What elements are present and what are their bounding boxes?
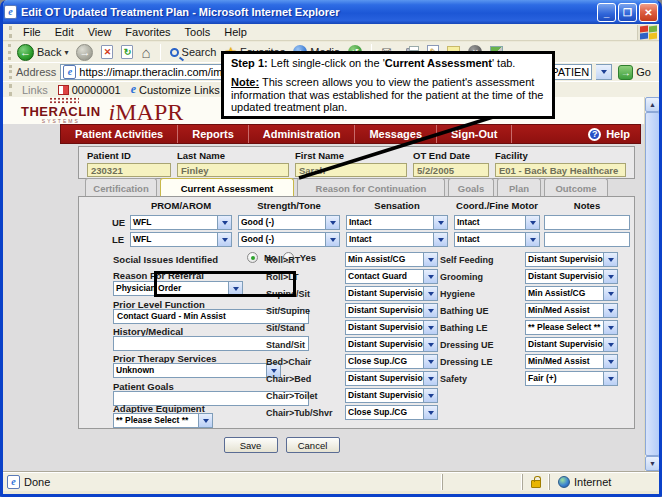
tab-goals[interactable]: Goals (448, 178, 494, 197)
close-button[interactable]: ✕ (639, 3, 658, 22)
nav-patient-activities[interactable]: Patient Activities (61, 125, 178, 143)
tab-outcome[interactable]: Outcome (544, 178, 608, 197)
transfer-select[interactable]: Distant Supervision (345, 337, 438, 352)
forward-icon: → (76, 44, 93, 61)
le-prom-select[interactable]: WFL (130, 232, 232, 247)
transfer-select[interactable]: Distant Supervision (345, 371, 438, 386)
ue-notes-input[interactable] (544, 215, 630, 230)
menu-item-edit[interactable]: Edit (48, 25, 81, 39)
transfer-select[interactable]: Distant Supervision (345, 286, 438, 301)
adl-select[interactable]: Distant Supervision (525, 337, 618, 352)
adl-select[interactable]: ** Please Select ** (525, 320, 618, 335)
windows-logo-icon (637, 25, 657, 40)
le-coord-select[interactable]: Intact (454, 232, 540, 247)
row-label-le: LE (112, 234, 124, 245)
adl-select[interactable]: Min/Med Assist (525, 354, 618, 369)
col-header: Coord./Fine Motor (447, 200, 547, 211)
brand-name: THERACLIN (21, 105, 101, 118)
minimize-button[interactable]: _ (597, 3, 616, 22)
transfer-row: Sit/SupineDistant Supervision (266, 303, 438, 318)
nav-sign-out[interactable]: Sign-Out (437, 125, 512, 143)
transfer-select[interactable]: Close Sup./CG (345, 405, 438, 420)
transfer-select[interactable]: Distant Supervision (345, 320, 438, 335)
app-nav-bar: Patient Activities Reports Administratio… (60, 124, 641, 144)
facility-field[interactable]: E01 - Back Bay Healthcare (495, 163, 626, 177)
ue-strength-select[interactable]: Good (-) (238, 215, 340, 230)
chevron-down-icon: ▾ (64, 48, 68, 57)
menu-item-help[interactable]: Help (217, 25, 254, 39)
transfer-select[interactable]: Min Assist/CG (345, 252, 438, 267)
nav-help[interactable]: ? Help (574, 125, 640, 143)
home-button[interactable]: ⌂ (139, 44, 152, 61)
scroll-down-arrow[interactable]: ▼ (645, 456, 659, 471)
adaptive-equipment-select[interactable]: ** Please Select ** (113, 413, 213, 428)
nav-messages[interactable]: Messages (355, 125, 437, 143)
radio-no[interactable] (247, 252, 258, 263)
le-sensation-select[interactable]: Intact (346, 232, 448, 247)
menu-item-tools[interactable]: Tools (178, 25, 218, 39)
transfer-select[interactable]: Contact Guard (345, 269, 438, 284)
adl-select[interactable]: Fair (+) (525, 371, 618, 386)
go-button[interactable]: → Go (616, 65, 653, 80)
back-icon: ← (17, 44, 34, 61)
chevron-down-icon (423, 253, 437, 266)
search-button[interactable]: Search (168, 46, 219, 58)
browser-viewport: THERACLIN SYSTEMS iMAPR 2 User: theracli… (3, 97, 659, 471)
annotation-callout: Step 1: Left single-click on the 'Curren… (221, 51, 555, 119)
save-button[interactable]: Save (224, 437, 278, 453)
nav-administration[interactable]: Administration (249, 125, 356, 143)
adl-select[interactable]: Distant Supervision (525, 269, 618, 284)
toolbar-grip[interactable] (9, 65, 12, 79)
adl-select[interactable]: Min Assist/CG (525, 286, 618, 301)
field-label: Patient ID (87, 150, 171, 161)
transfer-select[interactable]: Distant Supervision (345, 388, 438, 403)
menu-item-file[interactable]: File (16, 25, 48, 39)
address-label: Address (16, 66, 56, 78)
toolbar-grip[interactable] (8, 44, 11, 60)
adl-select[interactable]: Min/Med Assist (525, 303, 618, 318)
scrollbar-thumb[interactable] (645, 112, 659, 456)
last-name-field[interactable]: Finley (177, 163, 289, 177)
back-button[interactable]: ← Back ▾ (15, 44, 70, 61)
scroll-up-arrow[interactable]: ▲ (645, 97, 659, 112)
tab-current-assessment[interactable]: Current Assessment (160, 178, 294, 197)
tab-reason-for-continuation[interactable]: Reason for Continuation (297, 178, 445, 197)
maximize-button[interactable]: ❐ (618, 3, 637, 22)
le-strength-select[interactable]: Good (-) (238, 232, 340, 247)
cancel-button[interactable]: Cancel (286, 437, 340, 453)
go-arrow-icon: → (618, 65, 633, 80)
transfer-select[interactable]: Distant Supervision (345, 303, 438, 318)
transfer-select[interactable]: Close Sup./CG (345, 354, 438, 369)
chevron-down-icon (603, 287, 617, 300)
link-item[interactable]: eCustomize Links (131, 82, 220, 97)
ue-sensation-select[interactable]: Intact (346, 215, 448, 230)
refresh-button[interactable]: ↻ (119, 45, 135, 59)
ot-end-date-field[interactable]: 5/2/2005 (413, 163, 489, 177)
address-dropdown-button[interactable] (596, 64, 612, 80)
patient-id-field[interactable]: 230321 (87, 163, 171, 177)
first-name-field[interactable]: Sarah (295, 163, 407, 177)
menu-item-view[interactable]: View (81, 25, 119, 39)
menu-item-favorites[interactable]: Favorites (118, 25, 177, 39)
reason-referral-select[interactable]: Physician Order (113, 281, 243, 296)
ue-coord-select[interactable]: Intact (454, 215, 540, 230)
link-item[interactable]: 00000001 (58, 84, 121, 96)
stop-button[interactable]: ✕ (99, 45, 115, 59)
toolbar-grip[interactable] (9, 26, 12, 39)
link-icon (58, 85, 69, 95)
prior-therapy-select[interactable]: Unknown (113, 363, 281, 378)
chevron-down-icon (217, 233, 231, 246)
tab-certification[interactable]: Certification (85, 178, 157, 197)
tab-plan[interactable]: Plan (497, 178, 541, 197)
nav-reports[interactable]: Reports (178, 125, 249, 143)
forward-button[interactable]: → (74, 44, 95, 61)
search-label: Search (182, 46, 217, 58)
adl-select[interactable]: Distant Supervision (525, 252, 618, 267)
toolbar-grip[interactable] (9, 84, 12, 96)
ue-prom-select[interactable]: WFL (130, 215, 232, 230)
le-notes-input[interactable] (544, 232, 630, 247)
col-header: Sensation (347, 200, 447, 211)
row-label-ue: UE (112, 217, 125, 228)
vertical-scrollbar[interactable]: ▲ ▼ (644, 97, 659, 471)
chevron-down-icon (603, 253, 617, 266)
